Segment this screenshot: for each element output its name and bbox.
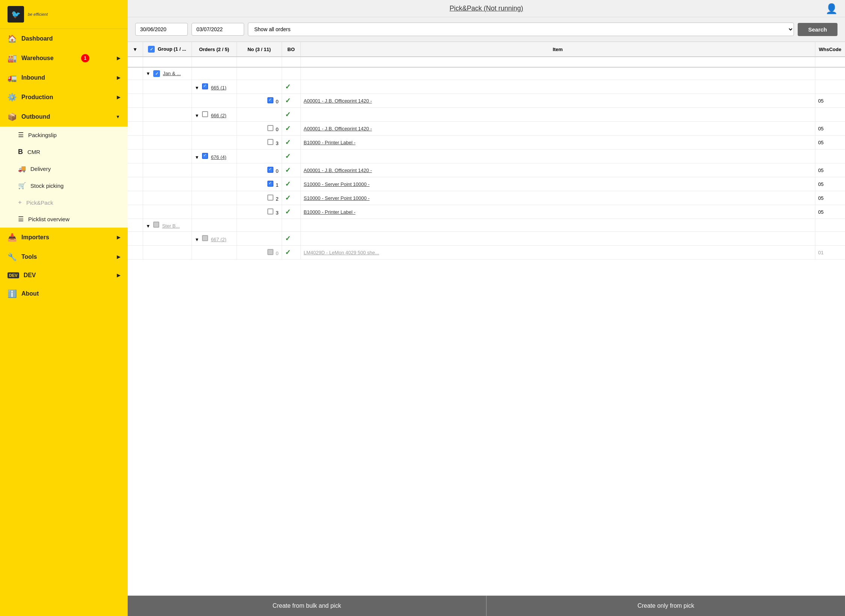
- item-676-4-name[interactable]: B10000 - Printer Label -: [304, 209, 356, 215]
- item-665-1-checkbox[interactable]: [267, 97, 273, 103]
- table-row: ▼ ✓ Jan & ...: [128, 67, 845, 80]
- sidebar-item-cmr[interactable]: B CMR: [0, 143, 128, 160]
- order-665-label[interactable]: 665 (1): [211, 85, 226, 91]
- group-header-jan[interactable]: ▼ ✓ Jan & ...: [143, 67, 192, 80]
- footer-buttons: Create from bulk and pick Create only fr…: [128, 595, 845, 616]
- date-to-input[interactable]: [192, 23, 244, 36]
- collapse-icon[interactable]: ▼: [195, 237, 199, 242]
- item-666-1-whs: 05: [815, 122, 845, 136]
- bo-check: ✓: [285, 139, 291, 146]
- sidebar-sub-label: Packingslip: [28, 132, 57, 138]
- order-667-label[interactable]: 667 (2): [211, 237, 226, 242]
- sidebar-item-inbound[interactable]: 🚛 Inbound ▶: [0, 68, 128, 88]
- order-667-header[interactable]: ▼ 667 (2): [192, 232, 237, 246]
- collapse-icon[interactable]: ▼: [195, 155, 199, 160]
- sidebar-item-outbound[interactable]: 📦 Outbound ▼: [0, 107, 128, 127]
- table-row: 2 ✓ S10000 - Server Point 10000 - 05: [128, 191, 845, 205]
- sidebar-item-stock-picking[interactable]: 🛒 Stock picking: [0, 177, 128, 194]
- chevron-right-icon: ▶: [117, 75, 120, 80]
- home-icon: 🏠: [8, 34, 17, 43]
- sidebar-item-production[interactable]: ⚙️ Production ▶: [0, 88, 128, 107]
- item-676-1-whs: 05: [815, 163, 845, 177]
- sidebar-item-warehouse[interactable]: 🏭 Warehouse 1 ▶: [0, 48, 128, 68]
- item-676-4-checkbox[interactable]: [267, 208, 273, 214]
- filter-select[interactable]: Show all orders Show open orders Show co…: [248, 23, 794, 36]
- table-row: ▼ Ster B...: [128, 219, 845, 232]
- sidebar-item-pick-pack[interactable]: + Pick&Pack: [0, 194, 128, 211]
- sidebar-item-dashboard[interactable]: 🏠 Dashboard: [0, 29, 128, 48]
- outbound-submenu: ☰ Packingslip B CMR 🚚 Delivery 🛒 Stock p…: [0, 127, 128, 228]
- item-676-3-no: 2: [237, 191, 282, 205]
- sidebar-item-importers[interactable]: 📥 Importers ▶: [0, 228, 128, 247]
- sidebar-item-packingslip[interactable]: ☰ Packingslip: [0, 127, 128, 143]
- item-666-2-name[interactable]: B10000 - Printer Label -: [304, 140, 356, 145]
- user-icon[interactable]: 👤: [825, 3, 837, 14]
- sidebar-item-tools[interactable]: 🔧 Tools ▶: [0, 247, 128, 267]
- sidebar-item-picklist-overview[interactable]: ☰ Picklist overview: [0, 211, 128, 228]
- item-666-2-whs: 05: [815, 136, 845, 149]
- sidebar-item-label: Warehouse: [21, 55, 54, 62]
- order-676-header[interactable]: ▼ 676 (4): [192, 149, 237, 163]
- chevron-right-icon: ▶: [117, 56, 120, 61]
- collapse-icon[interactable]: ▼: [195, 85, 199, 91]
- order-666-checkbox[interactable]: [202, 111, 208, 117]
- search-button[interactable]: Search: [798, 23, 837, 36]
- collapse-icon[interactable]: ▼: [146, 223, 151, 229]
- item-667-1-name[interactable]: LM4029D - LeMon 4029 500 she...: [304, 250, 379, 255]
- sidebar-sub-label: Delivery: [30, 166, 51, 172]
- group-name[interactable]: Jan & ...: [163, 71, 181, 76]
- order-666-header[interactable]: ▼ 666 (2): [192, 108, 237, 122]
- item-666-2-checkbox[interactable]: [267, 139, 273, 145]
- bo-check: ✓: [285, 208, 291, 216]
- orders-table-wrapper: ▼ ✓ Group (1 / ... Orders (2 / 5) No (3 …: [128, 42, 845, 595]
- item-676-3-name[interactable]: S10000 - Server Point 10000 -: [304, 195, 370, 201]
- item-676-2-checkbox[interactable]: [267, 181, 273, 187]
- order-667-checkbox[interactable]: [202, 235, 208, 241]
- item-676-1-checkbox[interactable]: [267, 167, 273, 173]
- sidebar-item-label: Dashboard: [21, 35, 53, 42]
- item-666-1-checkbox[interactable]: [267, 125, 273, 131]
- group-checkbox-blue[interactable]: ✓: [153, 70, 160, 77]
- table-row: ▼ 676 (4) ✓: [128, 149, 845, 163]
- order-666-label[interactable]: 666 (2): [211, 113, 226, 118]
- sidebar-sub-label: CMR: [27, 149, 40, 155]
- logo: 🐦 be efficient: [0, 0, 128, 29]
- sidebar-item-delivery[interactable]: 🚚 Delivery: [0, 160, 128, 177]
- sidebar-item-about[interactable]: ℹ️ About: [0, 284, 128, 303]
- bo-check: ✓: [285, 97, 291, 104]
- order-676-label[interactable]: 676 (4): [211, 154, 226, 160]
- bo-check: ✓: [285, 235, 291, 242]
- group-ster-name[interactable]: Ster B...: [162, 223, 180, 229]
- item-676-1-name[interactable]: A00001 - J.B. Officeprint 1420 -: [304, 168, 372, 173]
- inbound-icon: 🚛: [8, 73, 17, 82]
- item-676-3-checkbox[interactable]: [267, 195, 273, 201]
- order-665-header[interactable]: ▼ 665 (1): [192, 80, 237, 94]
- table-row: 3 ✓ B10000 - Printer Label - 05: [128, 205, 845, 219]
- order-665-checkbox[interactable]: [202, 83, 208, 89]
- sidebar-item-label: Inbound: [21, 74, 45, 81]
- collapse-icon[interactable]: ▼: [195, 113, 199, 118]
- item-665-1-name[interactable]: A00001 - J.B. Officeprint 1420 -: [304, 98, 372, 104]
- table-row: ▼ 667 (2) ✓: [128, 232, 845, 246]
- tools-icon: 🔧: [8, 252, 17, 261]
- group-ster-checkbox[interactable]: [153, 222, 159, 228]
- sidebar-item-dev[interactable]: DEV DEV ▶: [0, 267, 128, 284]
- item-676-2-name[interactable]: S10000 - Server Point 10000 -: [304, 181, 370, 187]
- bo-check: ✓: [285, 180, 291, 188]
- importers-icon: 📥: [8, 233, 17, 242]
- table-row: 0 ✓ A00001 - J.B. Officeprint 1420 - 05: [128, 163, 845, 177]
- group-header-ster[interactable]: ▼ Ster B...: [143, 219, 192, 232]
- collapse-icon[interactable]: ▼: [146, 71, 151, 76]
- create-bulk-pick-button[interactable]: Create from bulk and pick: [128, 596, 487, 616]
- item-665-1-no: 0: [237, 94, 282, 108]
- main-content: Pick&Pack (Not running) 👤 Show all order…: [128, 0, 845, 616]
- item-666-1-name[interactable]: A00001 - J.B. Officeprint 1420 -: [304, 126, 372, 131]
- item-667-1-checkbox[interactable]: [267, 249, 273, 255]
- create-pick-only-button[interactable]: Create only from pick: [487, 596, 845, 616]
- order-676-checkbox[interactable]: [202, 153, 208, 159]
- sidebar-item-label: Outbound: [21, 113, 50, 120]
- table-row: 0 ✓ A00001 - J.B. Officeprint 1420 - 05: [128, 122, 845, 136]
- group-select-icon: ✓: [148, 46, 155, 53]
- date-from-input[interactable]: [135, 23, 188, 36]
- col-header-group[interactable]: ✓ Group (1 / ...: [143, 42, 192, 57]
